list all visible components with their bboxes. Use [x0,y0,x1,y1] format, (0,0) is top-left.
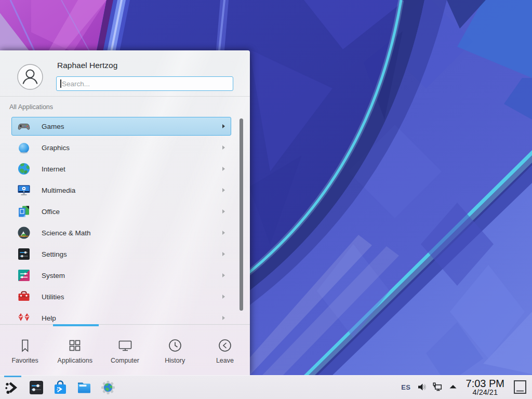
submenu-arrow-icon [222,167,225,171]
taskbar: ES [0,375,532,399]
leave-circle-icon [217,338,233,353]
submenu-arrow-icon [222,209,225,214]
tabbar-divider [0,324,250,325]
help-icon [17,311,31,324]
clock-time: 7:03 PM [466,378,504,389]
science-flask-icon [17,226,31,240]
tab-label: Leave [216,357,234,364]
category-label: Settings [42,250,222,258]
tab-bar: Favorites Applications C [0,326,250,375]
volume-icon[interactable] [417,382,427,392]
tab-label: History [165,357,185,364]
submenu-arrow-icon [222,316,225,320]
category-row-multimedia[interactable]: Multimedia [11,181,231,200]
category-label: Graphics [42,144,222,152]
scrollbar[interactable] [240,118,243,311]
user-avatar-icon[interactable] [17,64,43,90]
submenu-arrow-icon [222,188,225,192]
category-row-system[interactable]: System [11,266,231,285]
tab-label: Favorites [11,357,38,364]
submenu-arrow-icon [222,231,225,235]
network-icon[interactable] [433,382,442,392]
category-row-science-math[interactable]: Science & Math [11,223,231,242]
web-browser-icon [100,379,116,396]
category-label: Office [42,208,222,216]
expand-tray-icon[interactable] [448,382,458,392]
file-manager-icon [76,379,92,396]
tab-history[interactable]: History [150,326,200,375]
category-label: Science & Math [42,229,222,237]
digital-clock[interactable]: 7:03 PM 4/24/21 [466,378,504,396]
settings-sliders-icon [17,247,31,261]
tab-label: Computer [111,357,139,364]
show-desktop-icon [513,380,527,394]
bookmark-icon [17,338,33,353]
system-settings-button[interactable] [28,379,45,396]
header-divider [0,96,250,97]
submenu-arrow-icon [222,252,225,256]
system-icon [17,269,31,282]
graphics-icon [17,141,31,154]
category-row-office[interactable]: Office [11,202,231,221]
submenu-arrow-icon [222,273,225,277]
keyboard-layout-indicator[interactable]: ES [401,383,410,391]
desktop: Raphael Hertzog All Applications Games [0,0,532,399]
submenu-arrow-icon [222,124,225,128]
kde-launcher-icon [4,379,21,396]
submenu-arrow-icon [222,295,225,299]
show-desktop-button[interactable] [513,379,527,395]
office-icon [17,205,31,218]
tab-favorites[interactable]: Favorites [0,326,50,375]
category-row-settings[interactable]: Settings [11,245,231,263]
multimedia-icon [17,183,31,197]
category-label: Multimedia [42,187,222,194]
category-list: Games Graphics [11,117,231,324]
category-label: Internet [42,165,222,173]
kde-launcher-button[interactable] [4,379,21,396]
submenu-arrow-icon [222,145,225,150]
tab-computer[interactable]: Computer [100,326,150,375]
system-settings-icon [28,379,45,396]
search-input[interactable] [56,76,233,91]
category-row-games[interactable]: Games [11,117,231,136]
user-name: Raphael Hertzog [57,61,117,70]
category-label: Utilities [42,293,222,301]
section-label: All Applications [9,103,53,111]
internet-icon [17,162,31,176]
app-grid-icon [67,338,83,353]
games-icon [17,119,31,133]
category-label: System [42,272,222,280]
category-row-internet[interactable]: Internet [11,159,231,178]
web-browser-button[interactable] [100,379,116,396]
tab-applications[interactable]: Applications [50,326,100,375]
discover-icon [52,379,69,396]
tab-leave[interactable]: Leave [200,326,250,375]
utilities-toolbox-icon [17,290,31,303]
monitor-icon [117,338,133,353]
active-task-indicator [4,376,21,377]
system-tray: ES [401,378,532,396]
clock-icon [167,338,183,353]
application-launcher-menu: Raphael Hertzog All Applications Games [0,50,250,375]
taskbar-launchers [0,379,116,396]
category-row-utilities[interactable]: Utilities [11,287,231,306]
tab-label: Applications [58,357,92,364]
text-cursor [60,79,61,88]
discover-button[interactable] [52,379,69,396]
category-row-help[interactable]: Help [11,309,231,324]
category-row-graphics[interactable]: Graphics [11,138,231,157]
category-label: Help [42,314,222,322]
clock-date: 4/24/21 [473,389,498,396]
category-label: Games [42,123,222,130]
file-manager-button[interactable] [76,379,92,396]
